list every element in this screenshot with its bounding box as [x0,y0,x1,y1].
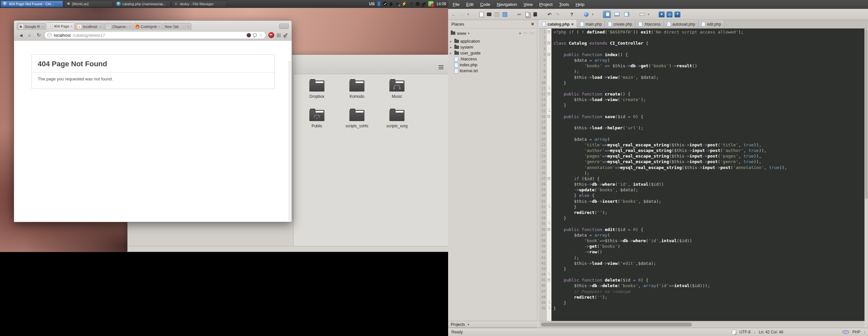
code-line[interactable]: 21 'title'=>mysql_real_escape_string($th… [539,142,864,148]
code-line[interactable]: 27 if ($id) { [539,176,864,181]
browser-tab[interactable]: CodeIgniter Qui [133,23,162,30]
places-item[interactable]: index.php [448,62,537,68]
encoding-indicator[interactable]: UTF-8 [739,330,750,334]
browser-tab[interactable]: New Tab [163,23,191,30]
editor-tab[interactable]: .htaccess [636,20,664,28]
back-icon[interactable] [451,11,457,18]
language-indicator[interactable]: PHP [852,330,861,334]
open-file-icon[interactable] [486,11,492,18]
pen-icon[interactable] [409,1,413,6]
code-line[interactable]: 15 [539,108,864,114]
menu-help[interactable]: Help [572,2,588,7]
code-line[interactable]: 11 [539,86,864,91]
code-line[interactable]: 28 $this->db->where('id', intval($id)) [539,181,864,187]
folder-item[interactable]: Dropbox [297,79,337,108]
pane-bottom-icon[interactable] [613,11,621,18]
code-line[interactable]: 35 [539,221,864,226]
fold-toggle-icon[interactable] [547,40,552,46]
menu-tools[interactable]: Tools [556,2,572,7]
browser-tab[interactable]: (Задачи - List) - [104,23,133,30]
folder-item[interactable]: scripts_sshfs [337,108,377,138]
code-line[interactable]: 2 [539,35,864,40]
tab-close-icon[interactable] [70,25,72,28]
tab-close-icon[interactable] [41,25,43,29]
lightbulb-icon[interactable] [253,33,257,37]
tab-close-icon[interactable] [571,22,574,27]
code-line[interactable]: 18 $this->load->helper('url'); [539,125,864,131]
code-line[interactable]: 44 [539,272,864,277]
code-line[interactable]: 34 } [539,215,864,221]
code-line[interactable]: 24 'genre'=>mysql_real_escape_string($th… [539,159,864,164]
adblock-icon[interactable] [268,32,274,38]
fold-toggle-icon[interactable] [547,176,552,181]
code-editor[interactable]: 1<?php if ( ! defined('BASEPATH')) exit(… [539,29,864,321]
menu-code[interactable]: Code [477,2,493,7]
editor-tab[interactable]: create.php [605,20,636,28]
cut-icon[interactable] [516,11,522,18]
fold-toggle-icon[interactable] [547,114,552,119]
forward-icon[interactable] [459,11,465,18]
back-icon[interactable]: ◄ [18,32,24,38]
code-line[interactable]: 40 ->row() [539,249,864,255]
code-line[interactable]: 10 } [539,80,864,86]
code-line[interactable]: 38 'book'=>$this->db->where('id',intval(… [539,238,864,243]
new-tab-button[interactable] [279,24,289,29]
menu-project[interactable]: Project [536,2,556,7]
world-icon[interactable] [666,11,673,18]
browser-scrollbar[interactable] [288,61,291,221]
code-line[interactable]: 49 } [539,300,864,305]
editor-tab[interactable]: main.php [577,20,605,28]
horizontal-scrollbar[interactable] [539,321,864,328]
code-line[interactable]: 23 'pages'=>mysql_real_escape_string($th… [539,153,864,159]
address-bar[interactable]: localhost /catalog/delete17 [44,31,266,39]
keyboard-layout-indicator[interactable]: US [369,2,375,6]
code-line[interactable]: 7 'books' => $this->db->get('books')->re… [539,63,864,68]
code-line[interactable]: 19 [539,131,864,136]
code-line[interactable]: 20 $data = array( [539,136,864,142]
lightning-icon[interactable] [402,1,406,6]
funnel-icon[interactable] [659,11,664,18]
save-all-icon[interactable] [502,11,508,18]
code-line[interactable]: 50} [539,305,864,311]
save-icon[interactable] [494,11,500,18]
taskbar-window-button[interactable]: dedsy - File Manager [172,1,227,7]
forward-icon[interactable]: ⇨ [530,30,534,36]
code-line[interactable]: 39 ->get('books') [539,243,864,249]
taskbar-window-button[interactable]: 404 Page Not Found - Chr... [1,1,63,7]
apps-grid-icon[interactable] [277,32,281,38]
places-item[interactable]: ▸user_guide [448,50,537,56]
code-line[interactable]: 8 ); [539,68,864,74]
fold-toggle-icon[interactable] [547,52,552,57]
close-icon[interactable] [531,22,534,27]
expander-icon[interactable]: ▸ [450,45,453,49]
dropdown-icon[interactable] [466,11,470,18]
menu-navigation[interactable]: Navigation [493,2,520,7]
vertical-scrollbar[interactable] [864,29,868,321]
code-line[interactable]: 42 $this->load->view('edit',$data); [539,261,864,266]
code-line[interactable]: 9 $this->load->view('main', $data); [539,74,864,80]
code-line[interactable]: 6 $data = array( [539,57,864,63]
plug-icon[interactable] [422,2,426,6]
back-icon[interactable]: ⇦ [524,30,528,36]
taskbar-window-button[interactable]: catalog.php (/var/www/ap... [114,1,170,7]
paste-icon[interactable] [532,11,538,18]
wrench-menu-icon[interactable] [284,33,288,37]
burst-icon[interactable] [675,11,680,18]
globe-icon[interactable] [583,11,589,18]
folder-item[interactable]: Music [377,79,417,108]
fold-toggle-icon[interactable] [547,29,552,35]
code-line[interactable]: 37 $data = array( [539,232,864,238]
satellite-icon[interactable] [383,2,387,6]
menu-view[interactable]: View [520,2,536,7]
code-line[interactable]: 32 } [539,204,864,210]
fold-toggle-icon[interactable] [547,277,552,283]
menu-file[interactable]: File [450,2,463,7]
fold-toggle-icon[interactable] [547,91,552,97]
code-line[interactable]: 14 } [539,102,864,108]
pane-left-icon[interactable] [603,11,611,18]
code-line[interactable]: 48 redirect(''); [539,294,864,300]
code-line[interactable]: 12 public function create() { [539,91,864,97]
expander-icon[interactable]: ▸ [450,40,453,43]
browser-tab[interactable]: localhost / local [75,23,104,30]
code-line[interactable]: 29 ->update('books', $data); [539,187,864,193]
